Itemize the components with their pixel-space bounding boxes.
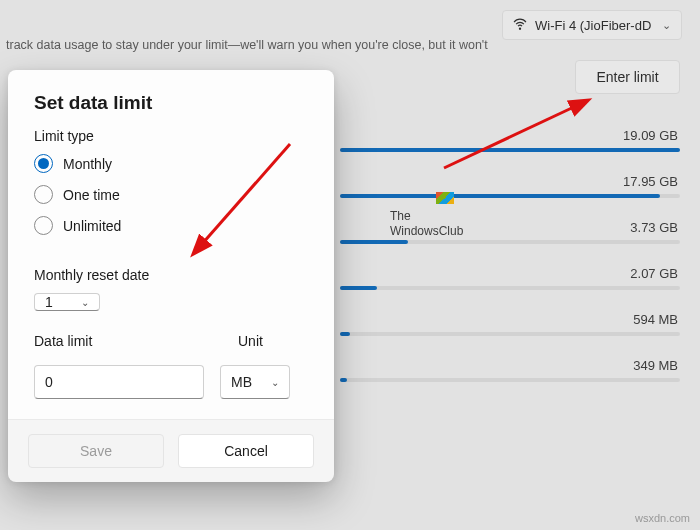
radio-circle-icon: [34, 216, 53, 235]
usage-row: 3.73 GB: [340, 240, 680, 244]
usage-row: 349 MB: [340, 378, 680, 382]
enter-limit-button[interactable]: Enter limit: [575, 60, 680, 94]
chevron-down-icon: ⌄: [271, 377, 279, 388]
chevron-down-icon: ⌄: [81, 297, 89, 308]
data-limit-label: Data limit: [34, 333, 208, 349]
set-data-limit-dialog: Set data limit Limit type Monthly One ti…: [8, 70, 334, 480]
dialog-title: Set data limit: [34, 92, 308, 114]
usage-row: 2.07 GB: [340, 286, 680, 290]
usage-row: 594 MB: [340, 332, 680, 336]
windows-flag-icon: [436, 192, 454, 204]
usage-value: 3.73 GB: [630, 220, 678, 235]
usage-value: 349 MB: [633, 358, 678, 373]
radio-circle-icon: [34, 185, 53, 204]
cancel-button[interactable]: Cancel: [178, 434, 314, 468]
data-limit-input[interactable]: 0: [34, 365, 204, 399]
wifi-network-label: Wi-Fi 4 (JioFiber-dD: [535, 18, 651, 33]
annotation-arrow: [436, 100, 596, 179]
dialog-footer: Save Cancel: [8, 419, 334, 482]
usage-value: 594 MB: [633, 312, 678, 327]
reset-date-select[interactable]: 1 ⌄: [34, 293, 100, 311]
reset-date-label: Monthly reset date: [34, 267, 308, 283]
watermark: The WindowsClub: [390, 192, 463, 238]
wifi-network-select[interactable]: Wi-Fi 4 (JioFiber-dD ⌄: [502, 10, 682, 40]
svg-line-0: [444, 106, 576, 168]
save-button[interactable]: Save: [28, 434, 164, 468]
source-watermark: wsxdn.com: [635, 512, 690, 524]
unit-label: Unit: [238, 333, 308, 349]
svg-line-1: [202, 144, 290, 244]
usage-value: 2.07 GB: [630, 266, 678, 281]
page-description: track data usage to stay under your limi…: [6, 38, 488, 52]
usage-value: 17.95 GB: [623, 174, 678, 189]
chevron-down-icon: ⌄: [662, 19, 671, 32]
usage-bars: 19.09 GB 17.95 GB 3.73 GB 2.07 GB 594 MB…: [340, 148, 680, 424]
radio-circle-icon: [34, 154, 53, 173]
wifi-icon: [513, 17, 527, 34]
usage-value: 19.09 GB: [623, 128, 678, 143]
annotation-arrow: [190, 138, 300, 257]
unit-select[interactable]: MB ⌄: [220, 365, 290, 399]
